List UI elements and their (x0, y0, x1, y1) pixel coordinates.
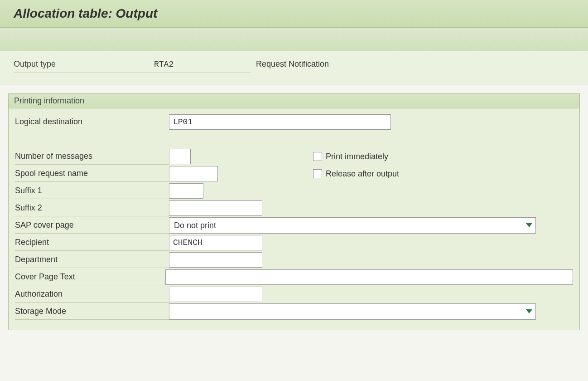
dropdown-arrow-icon (523, 223, 535, 228)
release-after-output-checkbox[interactable] (313, 169, 322, 178)
logical-destination-input[interactable] (169, 114, 391, 130)
suffix2-input[interactable] (169, 200, 262, 216)
row-authorization: Authorization (15, 286, 573, 303)
row-cover-page-text: Cover Page Text (15, 269, 573, 285)
sap-cover-page-value: Do not print (169, 219, 523, 232)
logical-destination-label: Logical destination (15, 114, 169, 130)
cover-page-text-input[interactable] (165, 269, 573, 285)
spool-request-name-label: Spool request name (15, 166, 169, 182)
row-storage-mode: Storage Mode (15, 303, 573, 320)
output-type-label: Output type (14, 59, 154, 73)
release-after-output-group: Release after output (313, 169, 399, 179)
page-header: Allocation table: Output (0, 0, 588, 28)
printing-information-group: Printing information Logical destination… (8, 93, 580, 330)
row-department: Department (15, 252, 573, 268)
print-immediately-label: Print immediately (326, 152, 388, 161)
row-spool-request-name: Spool request name Release after output (15, 166, 573, 182)
number-of-messages-label: Number of messages (15, 148, 169, 165)
output-type-bar: Output type RTA2 Request Notification (0, 51, 588, 84)
release-after-output-label: Release after output (326, 169, 399, 179)
svg-marker-1 (526, 309, 532, 313)
row-suffix1: Suffix 1 (15, 183, 573, 199)
toolbar-spacer (0, 28, 588, 51)
svg-marker-0 (526, 223, 532, 227)
suffix1-input[interactable] (169, 183, 203, 199)
number-of-messages-input[interactable] (169, 149, 191, 164)
storage-mode-value (169, 310, 523, 313)
cover-page-text-label: Cover Page Text (15, 269, 165, 285)
sap-cover-page-label: SAP cover page (15, 217, 169, 234)
department-label: Department (15, 252, 169, 268)
authorization-input[interactable] (169, 287, 262, 302)
storage-mode-dropdown[interactable] (169, 303, 536, 320)
group-body: Logical destination Number of messages P… (8, 108, 580, 330)
department-input[interactable] (169, 252, 262, 268)
recipient-label: Recipient (15, 234, 169, 251)
output-type-value: RTA2 (154, 60, 251, 73)
print-immediately-group: Print immediately (313, 152, 388, 161)
storage-mode-label: Storage Mode (15, 303, 169, 320)
sap-cover-page-dropdown[interactable]: Do not print (169, 217, 536, 234)
suffix1-label: Suffix 1 (15, 183, 169, 199)
dropdown-arrow-icon (523, 309, 535, 314)
authorization-label: Authorization (15, 286, 169, 303)
row-sap-cover-page: SAP cover page Do not print (15, 217, 573, 234)
row-logical-destination: Logical destination (15, 114, 573, 130)
page-title: Allocation table: Output (14, 6, 574, 21)
print-immediately-checkbox[interactable] (313, 152, 322, 161)
spool-request-name-input[interactable] (169, 166, 218, 181)
row-suffix2: Suffix 2 (15, 200, 573, 216)
row-recipient: Recipient (15, 234, 573, 251)
output-type-description: Request Notification (251, 59, 329, 69)
row-number-of-messages: Number of messages Print immediately (15, 148, 573, 165)
suffix2-label: Suffix 2 (15, 200, 169, 216)
group-title: Printing information (8, 93, 580, 108)
recipient-input[interactable] (169, 235, 262, 250)
